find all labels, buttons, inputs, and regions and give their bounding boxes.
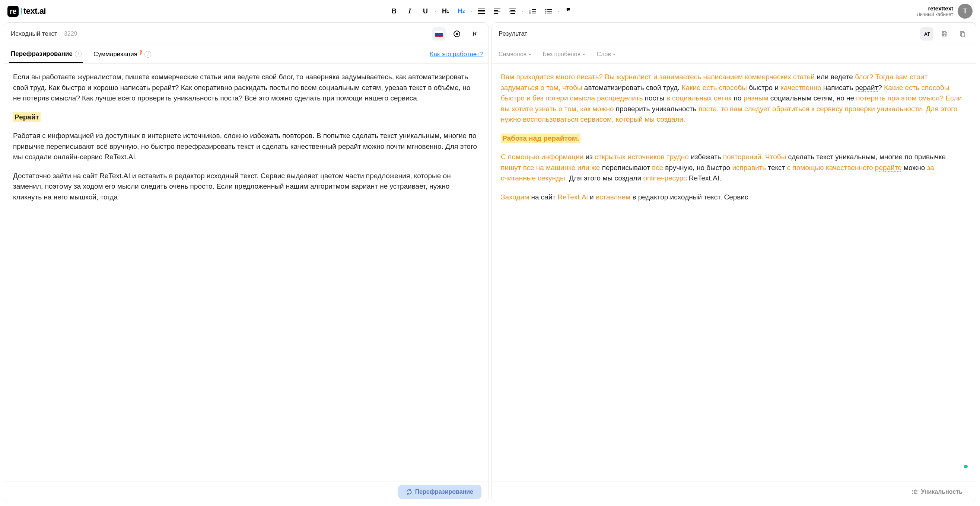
result-header: Результат xyxy=(492,23,976,45)
stat-label: Слов xyxy=(597,51,611,57)
align-center-button[interactable] xyxy=(506,5,519,18)
user-sublabel: Личный кабинет xyxy=(917,11,953,17)
result-paragraph: Заходим на сайт ReText.Ai и вставляем в … xyxy=(501,192,967,203)
result-panel: Результат Символов- Без пробелов- Слов- … xyxy=(492,22,976,502)
stat-value: - xyxy=(613,51,615,57)
refresh-icon xyxy=(406,489,412,495)
toolbar-separator: • xyxy=(434,5,437,18)
char-count: 3229 xyxy=(64,30,78,37)
info-icon[interactable]: i xyxy=(75,51,81,57)
highlight-icon xyxy=(923,30,930,37)
button-label: Уникальность xyxy=(921,489,963,495)
toolbar-separator: • xyxy=(470,5,473,18)
user-area[interactable]: retexttext Личный кабинет T xyxy=(917,4,972,19)
clear-button[interactable] xyxy=(450,27,464,41)
clear-icon xyxy=(453,30,461,38)
result-heading: Работа над рерайтом. xyxy=(501,133,581,143)
paraphrase-button[interactable]: Перефразирование xyxy=(398,485,481,499)
stat-value: - xyxy=(529,51,531,57)
align-left-button[interactable] xyxy=(490,5,504,18)
highlight-toggle-button[interactable] xyxy=(920,27,934,41)
svg-rect-12 xyxy=(961,33,965,37)
result-stats: Символов- Без пробелов- Слов- xyxy=(492,45,976,63)
stat-label: Без пробелов xyxy=(543,51,581,57)
h1-button[interactable]: H1 xyxy=(439,5,452,18)
user-name: retexttext xyxy=(917,5,953,11)
tab-label: Суммаризация xyxy=(94,51,137,58)
top-bar: re text.ai B I U • H1 H2 • • 123 • ❞ ret… xyxy=(0,0,980,22)
source-header: Исходный текст 3229 xyxy=(4,23,488,45)
how-it-works-link[interactable]: Как это работает? xyxy=(430,51,483,58)
collapse-button[interactable] xyxy=(468,27,481,41)
workspace: Исходный текст 3229 Перефразирование i xyxy=(0,22,980,506)
italic-button[interactable]: I xyxy=(403,5,417,18)
stat-value: - xyxy=(583,51,585,57)
toolbar-separator: • xyxy=(557,5,560,18)
save-button[interactable] xyxy=(938,27,951,41)
toolbar-separator: • xyxy=(522,5,524,18)
source-panel: Исходный текст 3229 Перефразирование i xyxy=(4,22,488,502)
language-flag-button[interactable] xyxy=(432,27,446,41)
result-paragraph: Вам приходится много писать? Вы журналис… xyxy=(501,72,967,125)
status-indicator-icon xyxy=(964,465,968,468)
h2-button[interactable]: H2 xyxy=(455,5,468,18)
logo[interactable]: re text.ai xyxy=(8,6,46,17)
format-toolbar: B I U • H1 H2 • • 123 • ❞ xyxy=(46,5,917,18)
save-icon xyxy=(941,30,948,37)
tab-label: Перефразирование xyxy=(11,50,73,58)
svg-point-3 xyxy=(545,9,546,10)
logo-bar-icon xyxy=(21,8,22,14)
svg-point-5 xyxy=(545,13,546,14)
svg-rect-6 xyxy=(435,31,443,33)
result-footer: Уникальность xyxy=(492,481,976,502)
quote-button[interactable]: ❞ xyxy=(562,5,575,18)
source-paragraph: Если вы работаете журналистом, пишете ко… xyxy=(13,72,479,104)
bullet-list-button[interactable] xyxy=(542,5,555,18)
tab-summary[interactable]: Суммаризацияβ i xyxy=(92,46,153,62)
result-paragraph: С помощью информации из открытых источни… xyxy=(501,152,967,184)
svg-rect-8 xyxy=(435,35,443,36)
copy-button[interactable] xyxy=(956,27,969,41)
svg-point-4 xyxy=(545,11,546,12)
avatar[interactable]: T xyxy=(958,4,972,19)
source-footer: Перефразирование xyxy=(4,481,488,502)
stat-label: Символов xyxy=(499,51,527,57)
ordered-list-button[interactable]: 123 xyxy=(526,5,539,18)
svg-text:3: 3 xyxy=(530,12,531,14)
copy-icon xyxy=(959,30,966,37)
source-title: Исходный текст xyxy=(11,30,57,38)
mode-tabs: Перефразирование i Суммаризацияβ i Как э… xyxy=(4,45,488,63)
russia-flag-icon xyxy=(435,31,443,37)
source-editor[interactable]: Если вы работаете журналистом, пишете ко… xyxy=(4,63,488,481)
logo-badge: re xyxy=(8,6,19,17)
result-editor[interactable]: Вам приходится много писать? Вы журналис… xyxy=(492,63,976,481)
bold-button[interactable]: B xyxy=(388,5,401,18)
beta-badge: β xyxy=(140,49,142,55)
svg-rect-7 xyxy=(435,33,443,35)
uniqueness-icon xyxy=(912,489,918,495)
source-paragraph: Достаточно зайти на сайт ReText.AI и вст… xyxy=(13,171,479,203)
result-title: Результат xyxy=(499,30,527,38)
button-label: Перефразирование xyxy=(415,489,473,495)
uniqueness-button[interactable]: Уникальность xyxy=(905,485,969,499)
tab-paraphrase[interactable]: Перефразирование i xyxy=(9,46,83,63)
align-justify-button[interactable] xyxy=(475,5,488,18)
collapse-icon xyxy=(471,30,478,37)
source-paragraph: Работая с информацией из доступных в инт… xyxy=(13,131,479,163)
underline-button[interactable]: U xyxy=(419,5,432,18)
source-heading: Рерайт xyxy=(13,113,41,122)
info-icon[interactable]: i xyxy=(145,51,151,58)
logo-text: text.ai xyxy=(24,6,46,16)
